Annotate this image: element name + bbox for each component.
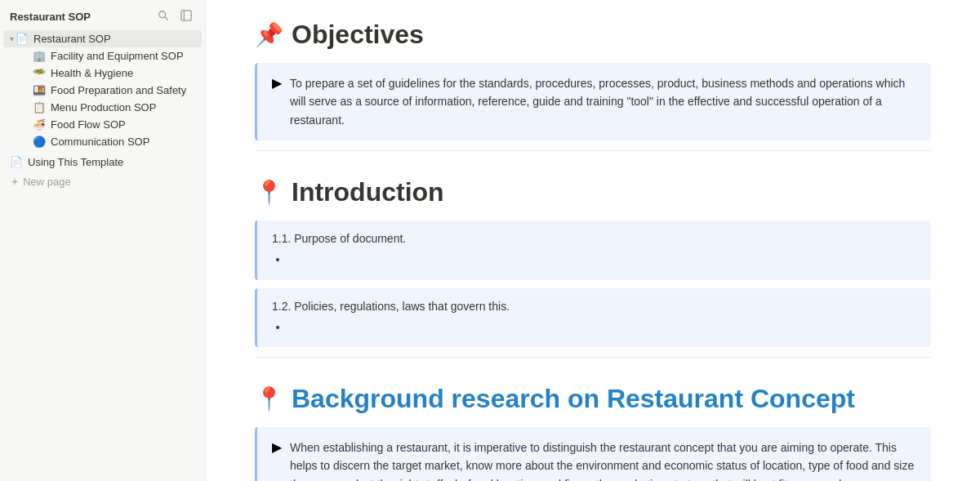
sidebar-item-communication[interactable]: 🔵 Communication SOP [16,133,202,150]
facility-icon: 🏢 [33,50,46,62]
svg-rect-2 [181,11,191,20]
intro-block-2: 1.2. Policies, regulations, laws that go… [255,288,931,347]
background-callout-icon: ▶ [272,439,282,455]
sidebar-item-facility[interactable]: 🏢 Facility and Equipment SOP [16,47,202,65]
objectives-callout-icon: ▶ [272,75,282,91]
collapse-sidebar-button[interactable] [177,8,195,25]
objectives-heading: 📌 Objectives [255,20,931,50]
template-icon: 📄 [10,156,23,168]
sidebar-item-label: Communication SOP [51,136,149,148]
pin-icon-objectives: 📌 [255,21,283,48]
intro-block-1-list [272,250,916,268]
pin-icon-intro: 📍 [255,179,283,206]
divider-2 [255,357,931,358]
sidebar: Restaurant SOP ▾ 📄 Restaurant SOP [0,0,206,481]
objectives-callout-text: To prepare a set of guidelines for the s… [290,74,916,129]
svg-line-1 [165,17,168,20]
intro-block-1: 1.1. Purpose of document. [255,220,931,279]
objectives-callout: ▶ To prepare a set of guidelines for the… [255,63,931,140]
objectives-title: Objectives [292,20,424,50]
sidebar-item-food-prep[interactable]: 🍱 Food Preparation and Safety [16,82,202,99]
food-flow-icon: 🍜 [33,118,46,131]
intro-block-1-item [288,250,916,268]
search-icon [158,10,169,21]
main-content: 📌 Objectives ▶ To prepare a set of guide… [206,0,980,481]
page-icon: 📄 [16,33,29,45]
sidebar-header: Restaurant SOP [0,0,205,30]
menu-icon: 📋 [33,101,46,114]
sidebar-item-label: Facility and Equipment SOP [51,50,184,62]
sidebar-item-label: Restaurant SOP [33,33,111,45]
intro-block-2-list [272,318,916,336]
background-callout-text: When establishing a restaurant, it is im… [290,439,916,481]
sidebar-item-using-template[interactable]: 📄 Using This Template [3,154,202,171]
sidebar-item-label: New page [23,176,71,188]
plus-icon: + [11,175,18,188]
sidebar-item-restaurant-sop[interactable]: ▾ 📄 Restaurant SOP [3,30,202,47]
intro-block-2-item [288,318,916,336]
intro-block-1-label: 1.1. Purpose of document. [272,232,916,245]
sidebar-nav: ▾ 📄 Restaurant SOP 🏢 Facility and Equipm… [0,30,205,190]
food-prep-icon: 🍱 [33,84,46,96]
introduction-heading: 📍 Introduction [255,177,931,207]
search-button[interactable] [154,8,172,25]
sidebar-item-label: Food Flow SOP [51,118,126,131]
health-icon: 🥗 [33,67,46,79]
communication-icon: 🔵 [33,136,46,148]
sidebar-item-health[interactable]: 🥗 Health & Hygiene [16,65,202,82]
sidebar-item-food-flow[interactable]: 🍜 Food Flow SOP [16,116,202,133]
pin-icon-bg: 📍 [255,385,283,412]
toggle-arrow-icon: ▾ [10,34,14,43]
intro-block-2-label: 1.2. Policies, regulations, laws that go… [272,300,916,313]
introduction-title: Introduction [292,177,444,207]
sidebar-item-label: Using This Template [28,156,123,168]
sidebar-title: Restaurant SOP [10,11,91,23]
sidebar-item-label: Menu Production SOP [51,101,156,114]
sidebar-subnav: 🏢 Facility and Equipment SOP 🥗 Health & … [3,47,202,150]
background-heading: 📍 Background research on Restaurant Conc… [255,384,931,414]
sidebar-item-menu[interactable]: 📋 Menu Production SOP [16,99,202,116]
sidebar-item-new-page[interactable]: + New page [3,172,202,190]
divider-1 [255,150,931,151]
sidebar-item-label: Food Preparation and Safety [51,84,186,96]
sidebar-header-actions [154,8,195,25]
background-title: Background research on Restaurant Concep… [292,384,855,414]
background-callout: ▶ When establishing a restaurant, it is … [255,427,931,481]
sidebar-item-label: Health & Hygiene [51,67,133,79]
collapse-icon [180,10,192,21]
